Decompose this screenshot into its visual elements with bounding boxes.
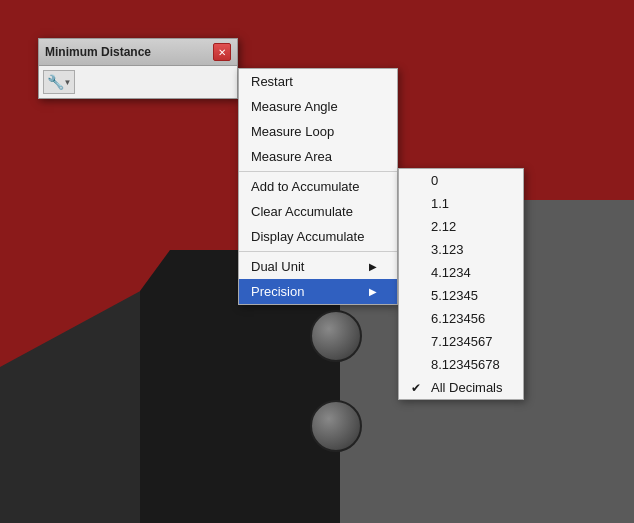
tool-icon: 🔧 [47, 74, 64, 90]
menu-separator-1 [239, 171, 397, 172]
precision-item-3[interactable]: ✔ 3.123 [399, 238, 523, 261]
precision-item-7[interactable]: ✔ 7.1234567 [399, 330, 523, 353]
menu-item-display-accumulate[interactable]: Display Accumulate [239, 224, 397, 249]
context-menu: Restart Measure Angle Measure Loop Measu… [238, 68, 398, 305]
precision-item-8[interactable]: ✔ 8.12345678 [399, 353, 523, 376]
menu-item-add-accumulate[interactable]: Add to Accumulate [239, 174, 397, 199]
precision-item-1[interactable]: ✔ 1.1 [399, 192, 523, 215]
menu-item-measure-loop[interactable]: Measure Loop [239, 119, 397, 144]
menu-item-measure-angle[interactable]: Measure Angle [239, 94, 397, 119]
menu-item-measure-area[interactable]: Measure Area [239, 144, 397, 169]
check-all: ✔ [411, 381, 425, 395]
precision-item-0[interactable]: ✔ 0 [399, 169, 523, 192]
minimum-distance-window: Minimum Distance ✕ 🔧 ▼ [38, 38, 238, 99]
menu-item-clear-accumulate[interactable]: Clear Accumulate [239, 199, 397, 224]
cylinder-1 [310, 310, 362, 362]
menu-item-dual-unit[interactable]: Dual Unit ▶ [239, 254, 397, 279]
window-body: 🔧 ▼ [39, 66, 237, 98]
window-title: Minimum Distance [45, 45, 151, 59]
precision-item-4[interactable]: ✔ 4.1234 [399, 261, 523, 284]
window-titlebar: Minimum Distance ✕ [39, 39, 237, 66]
menu-separator-2 [239, 251, 397, 252]
submenu-arrow-icon: ▶ [369, 261, 377, 272]
window-tool-button[interactable]: 🔧 ▼ [43, 70, 75, 94]
menu-item-precision[interactable]: Precision ▶ [239, 279, 397, 304]
precision-item-all[interactable]: ✔ All Decimals [399, 376, 523, 399]
precision-item-6[interactable]: ✔ 6.123456 [399, 307, 523, 330]
window-close-button[interactable]: ✕ [213, 43, 231, 61]
dropdown-arrow-icon: ▼ [64, 78, 72, 87]
menu-item-restart[interactable]: Restart [239, 69, 397, 94]
submenu-arrow-precision-icon: ▶ [369, 286, 377, 297]
precision-submenu: ✔ 0 ✔ 1.1 ✔ 2.12 ✔ 3.123 ✔ 4.1234 ✔ 5.12… [398, 168, 524, 400]
precision-item-5[interactable]: ✔ 5.12345 [399, 284, 523, 307]
precision-item-2[interactable]: ✔ 2.12 [399, 215, 523, 238]
cylinder-2 [310, 400, 362, 452]
